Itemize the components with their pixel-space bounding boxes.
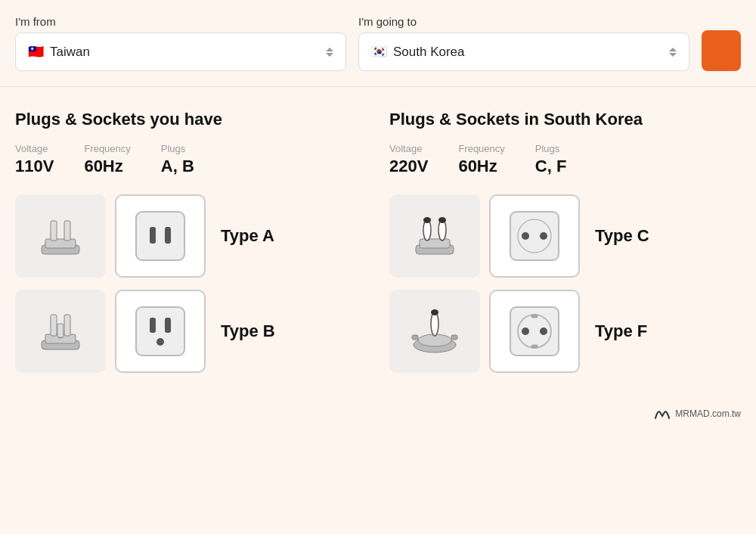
right-frequency-label: Frequency [458, 143, 504, 154]
left-specs-row: Voltage 110V Frequency 60Hz Plugs A, B [15, 143, 367, 176]
svg-point-35 [522, 328, 529, 335]
to-selector-group: I'm going to 🇰🇷 South Korea [358, 15, 689, 71]
svg-rect-6 [165, 227, 171, 244]
right-specs-row: Voltage 220V Frequency 60Hz Plugs C, F [389, 143, 741, 176]
to-country-display: 🇰🇷 South Korea [371, 44, 465, 60]
right-voltage-value: 220V [389, 157, 428, 176]
from-dropdown[interactable]: 🇹🇼 Taiwan [15, 33, 346, 71]
svg-point-36 [540, 328, 547, 335]
left-plugs-label: Plugs [161, 143, 194, 154]
from-country-display: 🇹🇼 Taiwan [28, 44, 90, 60]
type-a-label: Type A [221, 226, 274, 246]
svg-rect-14 [150, 318, 156, 333]
svg-rect-37 [531, 315, 538, 318]
plug-f-icon [404, 301, 465, 362]
right-plugs-value: C, F [535, 157, 567, 176]
plug-c-icon [404, 206, 465, 266]
left-voltage-value: 110V [15, 157, 54, 176]
svg-rect-30 [451, 335, 457, 340]
socket-f-card [489, 290, 580, 373]
to-chevron-icon [669, 46, 677, 58]
svg-rect-10 [64, 315, 70, 336]
type-a-row: Type A [15, 194, 367, 278]
svg-point-22 [438, 217, 446, 223]
svg-point-26 [540, 232, 547, 240]
plug-c-card [389, 194, 480, 278]
svg-rect-12 [57, 324, 64, 337]
left-frequency-label: Frequency [84, 143, 130, 154]
socket-b-icon [130, 301, 191, 362]
header: I'm from 🇹🇼 Taiwan I'm going to 🇰🇷 South… [0, 0, 756, 87]
type-c-row: Type C [389, 194, 741, 278]
socket-a-icon [130, 206, 191, 266]
to-label: I'm going to [358, 15, 689, 28]
search-button[interactable] [702, 30, 741, 71]
type-c-label: Type C [595, 226, 649, 246]
right-voltage: Voltage 220V [389, 143, 428, 176]
left-plugs-value: A, B [161, 157, 194, 176]
socket-c-icon [504, 206, 565, 266]
right-plugs-label: Plugs [535, 143, 567, 154]
svg-point-32 [431, 309, 438, 315]
socket-a-card [115, 194, 206, 278]
from-chevron-icon [326, 46, 333, 58]
right-voltage-label: Voltage [389, 143, 428, 154]
left-voltage: Voltage 110V [15, 143, 54, 176]
plug-f-card [389, 290, 480, 373]
left-frequency-value: 60Hz [84, 157, 130, 176]
left-plugs: Plugs A, B [161, 143, 194, 176]
type-b-label: Type B [221, 321, 275, 341]
type-b-row: Type B [15, 290, 367, 373]
svg-rect-2 [51, 221, 57, 241]
from-flag: 🇹🇼 [28, 44, 44, 60]
svg-rect-29 [412, 335, 418, 340]
svg-rect-18 [420, 239, 450, 248]
svg-rect-38 [531, 345, 538, 348]
socket-c-card [489, 194, 580, 278]
plug-a-card [15, 194, 106, 278]
right-frequency-value: 60Hz [458, 157, 504, 176]
right-plugs: Plugs C, F [535, 143, 567, 176]
svg-rect-5 [150, 227, 156, 244]
from-label: I'm from [15, 15, 346, 28]
type-f-label: Type F [595, 321, 647, 341]
svg-rect-1 [45, 239, 76, 248]
svg-rect-13 [136, 307, 184, 355]
from-country-name: Taiwan [50, 45, 90, 60]
svg-rect-15 [165, 318, 171, 333]
right-frequency: Frequency 60Hz [458, 143, 504, 176]
main-content: Plugs & Sockets you have Voltage 110V Fr… [0, 87, 756, 400]
left-column-title: Plugs & Sockets you have [15, 110, 367, 129]
brand-name: MRMAD.com.tw [675, 408, 741, 419]
to-dropdown[interactable]: 🇰🇷 South Korea [358, 33, 689, 71]
from-selector-group: I'm from 🇹🇼 Taiwan [15, 15, 346, 71]
right-column: Plugs & Sockets in South Korea Voltage 2… [389, 110, 741, 385]
plug-b-card [15, 290, 106, 373]
svg-rect-3 [64, 221, 70, 241]
svg-point-25 [522, 232, 529, 240]
svg-point-21 [423, 217, 431, 223]
svg-rect-4 [136, 212, 184, 260]
brand-logo-icon [654, 408, 671, 420]
svg-point-16 [156, 338, 164, 346]
brand-footer: MRMAD.com.tw [0, 400, 756, 427]
socket-b-card [115, 290, 206, 373]
left-frequency: Frequency 60Hz [84, 143, 130, 176]
left-voltage-label: Voltage [15, 143, 54, 154]
to-flag: 🇰🇷 [371, 44, 387, 60]
plug-a-icon [30, 206, 91, 266]
plug-b-icon [30, 301, 91, 362]
left-column: Plugs & Sockets you have Voltage 110V Fr… [15, 110, 367, 385]
svg-rect-9 [51, 315, 57, 336]
to-country-name: South Korea [393, 45, 465, 60]
right-column-title: Plugs & Sockets in South Korea [389, 110, 741, 129]
type-f-row: Type F [389, 290, 741, 373]
socket-f-icon [504, 301, 565, 362]
